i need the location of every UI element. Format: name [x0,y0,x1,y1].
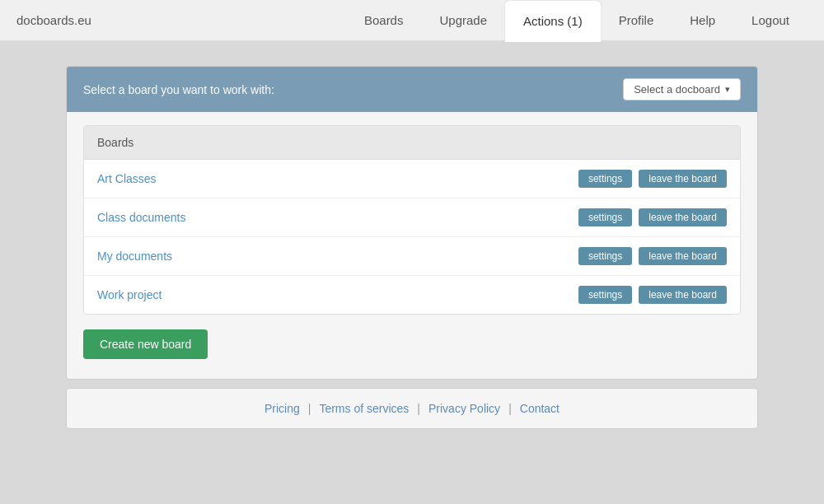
footer-sep-3: | [505,402,515,415]
footer-links: Pricing | Terms of services | Privacy Po… [83,402,741,415]
board-row: Work project settings leave the board [84,276,740,314]
navbar: docboards.eu Boards Upgrade Actions (1) … [0,0,824,41]
create-new-board-button[interactable]: Create new board [83,329,208,359]
select-docboard-button[interactable]: Select a docboard [623,78,741,100]
board-actions-2: settings leave the board [578,208,727,226]
board-panel: Select a board you want to work with: Se… [66,66,758,380]
nav-actions[interactable]: Actions (1) [505,1,601,42]
leave-board-button-1[interactable]: leave the board [639,170,727,188]
settings-button-2[interactable]: settings [578,208,632,226]
board-name-3[interactable]: My documents [97,250,172,263]
panel-body: Boards Art Classes settings leave the bo… [67,112,757,379]
leave-board-button-4[interactable]: leave the board [639,286,727,304]
nav-boards[interactable]: Boards [346,0,422,41]
footer-sep-1: | [305,402,315,415]
footer-pricing-link[interactable]: Pricing [260,402,305,415]
board-row: My documents settings leave the board [84,237,740,276]
settings-button-1[interactable]: settings [578,170,632,188]
footer-terms-link[interactable]: Terms of services [314,402,414,415]
footer-sep-2: | [414,402,424,415]
leave-board-button-2[interactable]: leave the board [639,208,727,226]
board-name-1[interactable]: Art Classes [97,172,157,185]
board-rows-container: Art Classes settings leave the board Cla… [84,160,740,314]
board-name-2[interactable]: Class documents [97,211,185,224]
footer-panel: Pricing | Terms of services | Privacy Po… [66,388,758,429]
select-docboard-label: Select a docboard [634,83,720,96]
board-actions-3: settings leave the board [578,247,727,265]
settings-button-4[interactable]: settings [578,286,632,304]
boards-section-label: Boards [97,136,133,149]
leave-board-button-3[interactable]: leave the board [639,247,727,265]
panel-header-text: Select a board you want to work with: [83,83,274,96]
footer-privacy-link[interactable]: Privacy Policy [424,402,505,415]
nav-upgrade[interactable]: Upgrade [421,0,505,41]
board-actions-1: settings leave the board [578,170,727,188]
board-row: Class documents settings leave the board [84,198,740,237]
brand-name: docboards.eu [16,13,91,27]
nav-profile[interactable]: Profile [601,0,672,41]
board-name-4[interactable]: Work project [97,288,162,301]
board-row: Art Classes settings leave the board [84,160,740,198]
nav-logout[interactable]: Logout [733,0,808,41]
footer-contact-link[interactable]: Contact [515,402,564,415]
nav-help[interactable]: Help [672,0,733,41]
board-actions-4: settings leave the board [578,286,727,304]
settings-button-3[interactable]: settings [578,247,632,265]
panel-header: Select a board you want to work with: Se… [67,67,757,112]
nav-links: Boards Upgrade Actions (1) Profile Help … [346,0,808,41]
boards-table-header: Boards [84,126,740,160]
main-content: Select a board you want to work with: Se… [0,41,824,454]
boards-table: Boards Art Classes settings leave the bo… [83,125,741,315]
